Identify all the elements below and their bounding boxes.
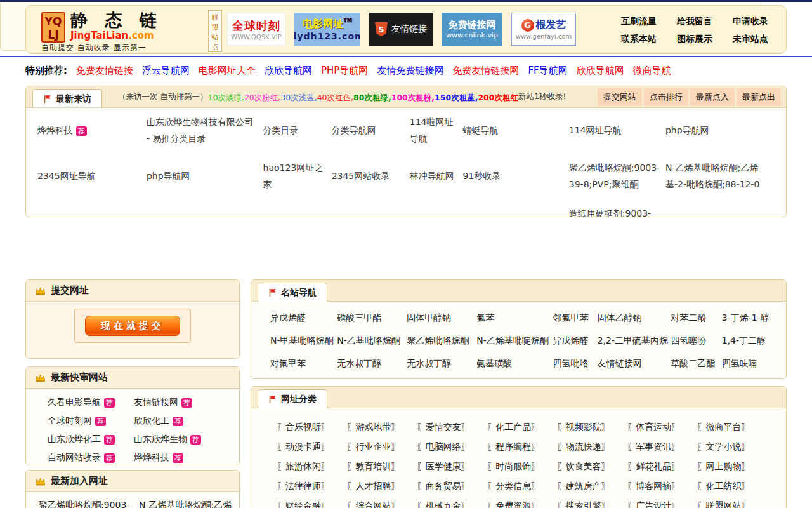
category-link[interactable]: 〖时尚服饰〗 (487, 461, 556, 472)
visitor-site-link[interactable] (410, 199, 463, 217)
latest-added-link[interactable]: 聚乙烯吡咯烷酮;9003-39-8;PVP;聚维酮 (39, 497, 133, 508)
category-link[interactable]: 〖机械五金〗 (417, 500, 487, 508)
tab-latest-visitors[interactable]: 最新来访 (32, 89, 102, 108)
category-link[interactable]: 〖医学健康〗 (417, 461, 487, 472)
latest-added-link[interactable]: N-乙烯基吡咯烷酮;乙烯基-2-吡咯烷酮;88-12-0 (139, 497, 233, 508)
category-link[interactable]: 〖爱情交友〗 (417, 422, 487, 433)
category-link[interactable]: 〖教育培训〗 (346, 461, 416, 472)
visitor-site-link[interactable]: php导航网 (147, 154, 263, 199)
banner-genfayi[interactable]: G 根发艺 www.genfayi.com (511, 13, 576, 46)
recommend-link[interactable]: 欣欣导航网 (577, 65, 624, 77)
header-nav-link[interactable]: 申请收录 (733, 16, 768, 27)
category-link[interactable]: 〖广告设计〗 (627, 500, 697, 508)
famous-site-link[interactable]: 四氢吡咯 (553, 358, 598, 370)
visitor-site-link[interactable]: hao123网址之家 (263, 154, 332, 199)
header-nav-link[interactable]: 互刷流量 (621, 16, 657, 27)
category-link[interactable]: 〖综合网站〗 (346, 500, 416, 508)
famous-site-link[interactable]: 邻氟甲苯 (553, 312, 598, 324)
fast-review-site-link[interactable]: 自动网站收录荐 (48, 452, 134, 464)
category-link[interactable]: 〖网上购物〗 (697, 461, 767, 472)
visitor-site-link[interactable]: 林冲导航网 (410, 154, 463, 199)
recommend-link[interactable]: 友情免费链接网 (377, 65, 443, 77)
category-link[interactable]: 〖电脑网络〗 (417, 441, 487, 453)
visitors-action-button[interactable]: 最新点入 (690, 88, 735, 106)
famous-site-link[interactable]: 无水叔丁醇 (407, 358, 476, 370)
recommend-link[interactable]: 欣欣导航网 (265, 65, 312, 77)
visitor-site-link[interactable] (147, 199, 263, 217)
banner-cnlink[interactable]: 免费链接网 www.cnlink.vip (442, 13, 502, 46)
famous-site-link[interactable]: 磷酸三甲酯 (337, 312, 407, 324)
visitor-site-link[interactable]: 烨烨科技荐 (37, 108, 147, 154)
tab-famous-sites[interactable]: 名站导航 (258, 283, 327, 302)
category-link[interactable]: 〖旅游休闲〗 (277, 461, 346, 472)
visitor-site-link[interactable]: 蜻蜓导航 (462, 108, 568, 154)
famous-site-link[interactable]: 3-丁烯-1-醇 (722, 312, 776, 324)
visitor-site-link[interactable]: 山东欣烨生物科技有限公司 - 易推分类目录 (147, 108, 263, 154)
famous-site-link[interactable]: 固体甲醇钠 (407, 312, 476, 324)
header-nav-link[interactable]: 未审站点 (733, 34, 768, 45)
visitor-site-link[interactable]: 114啦网址导航 (410, 108, 463, 154)
famous-site-link[interactable]: 对苯二酚 (671, 312, 721, 324)
category-link[interactable]: 〖法律律师〗 (277, 481, 346, 492)
famous-site-link[interactable]: 聚乙烯吡咯烷酮 (407, 335, 476, 347)
visitor-site-link[interactable]: 乙烯基吡咯烷酮;88-12-0 (665, 199, 775, 217)
famous-site-link[interactable]: 固体乙醇钠 (598, 312, 671, 324)
visitor-site-link[interactable]: 聚乙烯吡咯烷酮;9003-39-8;PVP;聚维酮 (569, 154, 665, 199)
category-link[interactable]: 〖军事资讯〗 (627, 441, 697, 453)
visitor-site-link[interactable]: 114网址导航 (569, 108, 665, 154)
category-link[interactable]: 〖行业企业〗 (346, 441, 416, 453)
submit-now-button[interactable]: 现在就提交 (85, 316, 180, 336)
header-nav-link[interactable]: 联系本站 (621, 34, 657, 45)
famous-site-link[interactable]: 友情链接网 (598, 358, 671, 370)
category-link[interactable]: 〖游戏地带〗 (346, 422, 416, 433)
fast-review-site-link[interactable]: 烨烨科技荐 (134, 452, 233, 464)
recommend-link[interactable]: PHP导航网 (321, 65, 368, 77)
famous-site-link[interactable]: 无水叔丁醇 (337, 358, 407, 370)
fast-review-site-link[interactable]: 山东欣烨化工荐 (48, 434, 134, 445)
category-link[interactable]: 〖物流快递〗 (557, 441, 627, 453)
famous-site-link[interactable]: 四氢呋喃 (722, 358, 776, 370)
visitor-site-link[interactable]: 分类导航网 (332, 108, 410, 154)
header-nav-link[interactable]: 图标展示 (677, 34, 712, 45)
category-link[interactable]: 〖程序编程〗 (487, 441, 556, 453)
visitors-action-button[interactable]: 提交网站 (598, 88, 642, 106)
category-link[interactable]: 〖联盟网站〗 (697, 500, 767, 508)
category-link[interactable]: 〖人才招聘〗 (346, 481, 416, 492)
visitors-action-button[interactable]: 最新点出 (737, 88, 781, 106)
famous-site-link[interactable]: 草酸二乙酯 (671, 358, 721, 370)
visitor-site-link[interactable] (462, 199, 568, 217)
category-link[interactable]: 〖视频影院〗 (557, 422, 627, 433)
visitor-site-link[interactable] (263, 199, 332, 217)
category-link[interactable]: 〖文学小说〗 (697, 441, 767, 453)
recommend-link[interactable]: 浮云导航网 (142, 65, 190, 77)
visitor-site-link[interactable]: 聚维酮K30 ;9003-39-8 (37, 199, 147, 217)
visitor-site-link[interactable]: 2345网址导航 (37, 154, 147, 199)
fast-review-site-link[interactable]: 欣欣化工荐 (134, 415, 233, 427)
famous-site-link[interactable]: 四氢噻吩 (671, 335, 721, 347)
category-link[interactable]: 〖体育运动〗 (627, 422, 697, 433)
famous-site-link[interactable]: 2,2-二甲硫基丙烷 (598, 335, 671, 347)
visitors-action-button[interactable]: 点击排行 (644, 88, 688, 106)
famous-site-link[interactable]: 1,4-丁二醇 (722, 335, 776, 347)
banner-html5-links[interactable]: 5 友情链接 (369, 13, 433, 46)
category-link[interactable]: 〖财经金融〗 (277, 500, 346, 508)
recommend-link[interactable]: 免费友情链接 (76, 65, 133, 77)
recommend-link[interactable]: 电影网址大全 (199, 65, 256, 77)
visitor-site-link[interactable]: 分类目录 (263, 108, 332, 154)
famous-site-link[interactable]: 异戊烯醛 (553, 335, 598, 347)
category-link[interactable]: 〖微商平台〗 (697, 422, 767, 433)
banner-dydh123[interactable]: 电影网址TM dydh123.com (294, 13, 360, 46)
header-nav-link[interactable]: 给我留言 (677, 16, 712, 27)
visitor-site-link[interactable]: 造纸用硬挺剂;9003-39-8 (569, 199, 665, 217)
category-link[interactable]: 〖饮食美容〗 (557, 461, 627, 472)
category-link[interactable]: 〖博客网摘〗 (627, 481, 697, 492)
fast-review-site-link[interactable]: 久看电影导航荐 (48, 397, 134, 408)
category-link[interactable]: 〖化工产品〗 (487, 422, 556, 433)
fast-review-site-link[interactable]: 友情链接网荐 (134, 397, 233, 408)
union-sites-badge[interactable]: 联盟站点 (208, 10, 222, 52)
famous-site-link[interactable]: N-甲基吡咯烷酮 (270, 335, 337, 347)
visitor-site-link[interactable]: N-乙烯基吡咯烷酮;乙烯基-2-吡咯烷酮;88-12-0 (665, 154, 775, 199)
famous-site-link[interactable]: 氨基磺酸 (476, 358, 553, 370)
category-link[interactable]: 〖分类信息〗 (487, 481, 556, 492)
category-link[interactable]: 〖免费资源〗 (487, 500, 556, 508)
